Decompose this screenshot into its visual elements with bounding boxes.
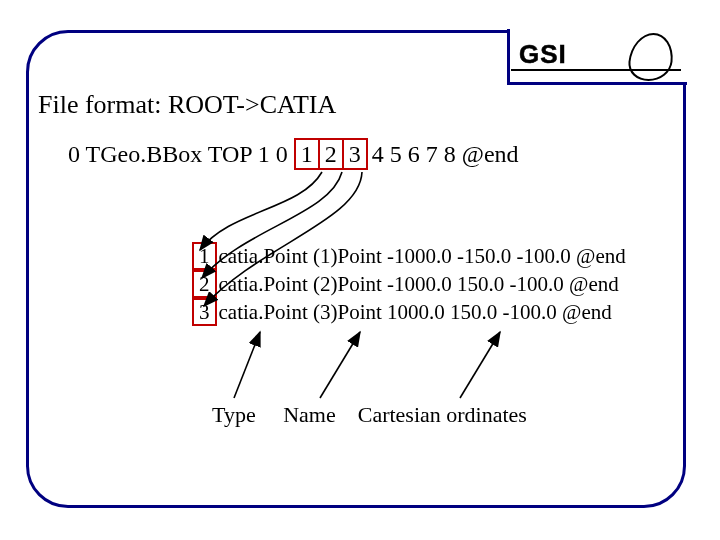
gsi-logo-text: GSI bbox=[519, 39, 567, 70]
label-type: Type bbox=[212, 402, 256, 427]
point-row: 3catia.Point (3)Point 1000.0 150.0 -100.… bbox=[192, 298, 664, 326]
point-row: 2catia.Point (2)Point -1000.0 150.0 -100… bbox=[192, 270, 664, 298]
corner-notch: GSI bbox=[507, 29, 687, 85]
column-labels: Type Name Cartesian ordinates bbox=[212, 402, 527, 428]
point-index: 2 bbox=[192, 270, 217, 298]
logo-line bbox=[511, 69, 681, 71]
point-row: 1catia.Point (1)Point -1000.0 -150.0 -10… bbox=[192, 242, 664, 270]
point-text: catia.Point (2)Point -1000.0 150.0 -100.… bbox=[219, 272, 619, 296]
header-prefix: 0 TGeo.BBox TOP 1 0 bbox=[68, 141, 294, 167]
header-suffix: 4 5 6 7 8 @end bbox=[366, 141, 519, 167]
ref-index-2: 2 bbox=[318, 138, 344, 170]
point-text: catia.Point (1)Point -1000.0 -150.0 -100… bbox=[219, 244, 626, 268]
point-records: 1catia.Point (1)Point -1000.0 -150.0 -10… bbox=[192, 242, 664, 326]
label-name: Name bbox=[283, 402, 336, 427]
ref-index-3: 3 bbox=[342, 138, 368, 170]
logo-ring-icon bbox=[626, 33, 675, 81]
slide-title: File format: ROOT->CATIA bbox=[38, 90, 336, 120]
label-ordinates: Cartesian ordinates bbox=[358, 402, 527, 427]
point-index: 1 bbox=[192, 242, 217, 270]
ref-index-1: 1 bbox=[294, 138, 320, 170]
header-record: 0 TGeo.BBox TOP 1 0 123 4 5 6 7 8 @end bbox=[68, 138, 519, 170]
point-text: catia.Point (3)Point 1000.0 150.0 -100.0… bbox=[219, 300, 612, 324]
gsi-logo: GSI bbox=[511, 31, 681, 81]
point-index: 3 bbox=[192, 298, 217, 326]
